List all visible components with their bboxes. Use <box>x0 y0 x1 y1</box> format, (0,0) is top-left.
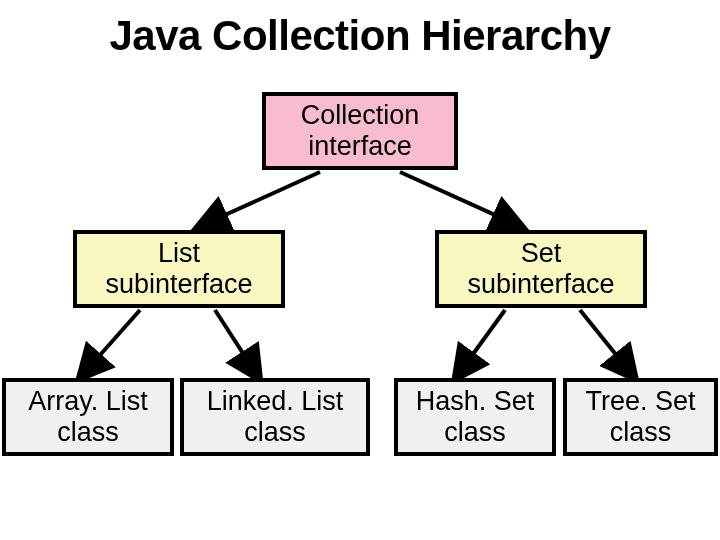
node-arraylist-line1: Array. List <box>6 386 170 417</box>
arrow-set-treeset <box>580 310 630 372</box>
node-linkedlist-line1: Linked. List <box>184 386 366 417</box>
arrow-list-linkedlist <box>215 310 255 372</box>
node-set-line1: Set <box>439 238 643 269</box>
node-collection-line1: Collection <box>266 100 454 131</box>
hierarchy-stage: Collection interface List subinterface S… <box>0 78 720 518</box>
arrow-root-set <box>400 172 515 224</box>
node-list-line2: subinterface <box>77 269 281 300</box>
node-collection-line2: interface <box>266 131 454 162</box>
page-title: Java Collection Hierarchy <box>0 0 720 78</box>
node-linkedlist-line2: class <box>184 417 366 448</box>
node-set: Set subinterface <box>435 230 647 308</box>
node-arraylist: Array. List class <box>2 378 174 456</box>
node-set-line2: subinterface <box>439 269 643 300</box>
arrow-set-hashset <box>460 310 505 372</box>
node-treeset-line2: class <box>567 417 714 448</box>
node-hashset: Hash. Set class <box>394 378 556 456</box>
node-hashset-line2: class <box>398 417 552 448</box>
node-hashset-line1: Hash. Set <box>398 386 552 417</box>
node-treeset-line1: Tree. Set <box>567 386 714 417</box>
node-linkedlist: Linked. List class <box>180 378 370 456</box>
arrow-root-list <box>205 172 320 224</box>
node-arraylist-line2: class <box>6 417 170 448</box>
arrow-list-arraylist <box>85 310 140 372</box>
node-list: List subinterface <box>73 230 285 308</box>
node-list-line1: List <box>77 238 281 269</box>
node-collection: Collection interface <box>262 92 458 170</box>
node-treeset: Tree. Set class <box>563 378 718 456</box>
